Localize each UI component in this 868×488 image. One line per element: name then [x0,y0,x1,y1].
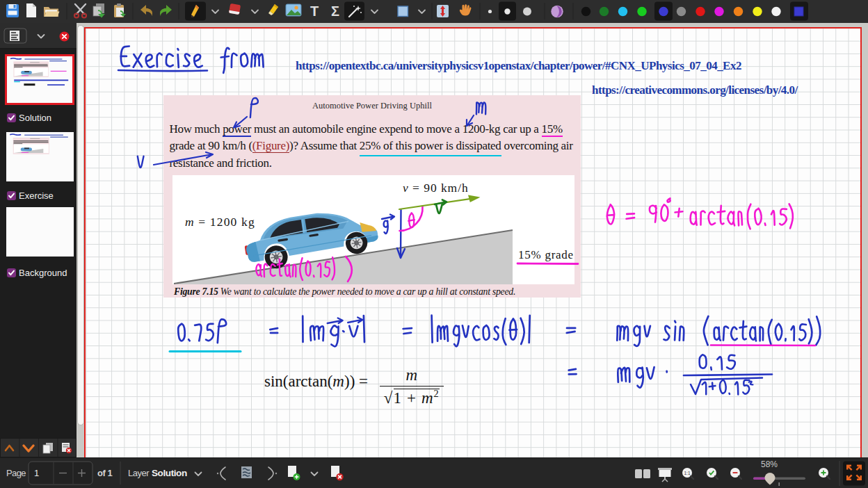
svg-text:58%: 58% [761,459,778,469]
svg-text:T: T [310,3,319,19]
svg-text:of 1: of 1 [97,468,112,478]
svg-text:Layer: Layer [128,468,150,478]
svg-text:Solution: Solution [19,113,51,123]
svg-text:1: 1 [34,468,39,478]
svg-text:Solution: Solution [152,468,187,478]
svg-text:Exercise: Exercise [19,190,54,201]
svg-text:1:1: 1:1 [684,471,690,475]
svg-text:Page: Page [6,468,26,478]
svg-text:Background: Background [19,268,67,278]
svg-text:Σ: Σ [331,3,339,19]
